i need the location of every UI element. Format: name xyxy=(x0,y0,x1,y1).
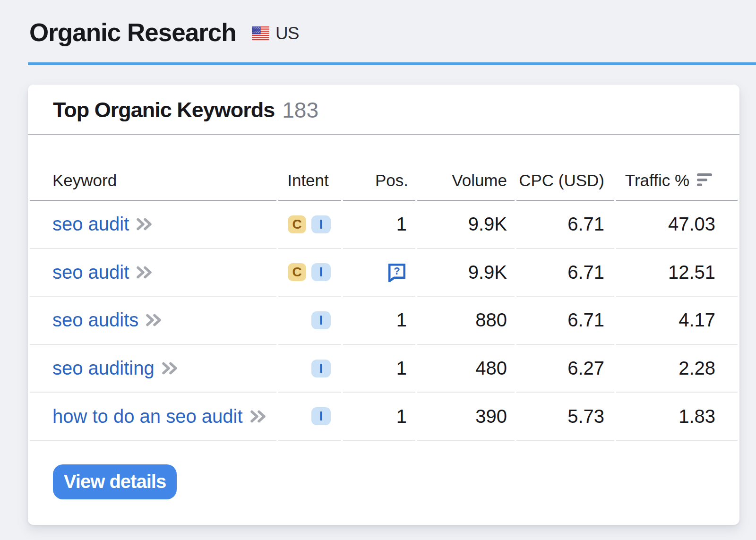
svg-text:?: ? xyxy=(394,265,400,277)
